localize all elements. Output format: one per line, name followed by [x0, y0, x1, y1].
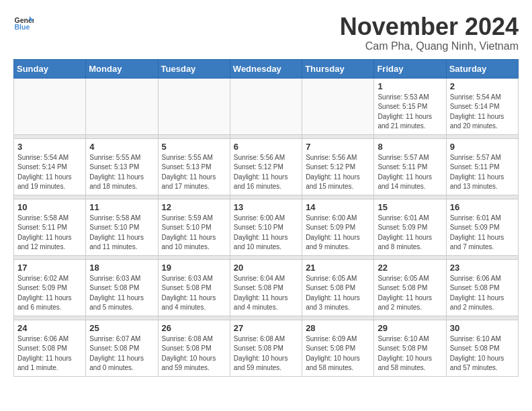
col-thursday: Thursday — [302, 59, 374, 78]
day-number: 3 — [17, 142, 82, 152]
day-number: 19 — [162, 263, 226, 273]
day-info: Sunrise: 6:05 AM Sunset: 5:08 PM Dayligh… — [306, 274, 370, 313]
table-row: 14Sunrise: 6:00 AM Sunset: 5:09 PM Dayli… — [302, 199, 374, 255]
day-number: 5 — [162, 142, 226, 152]
day-info: Sunrise: 5:57 AM Sunset: 5:11 PM Dayligh… — [378, 153, 442, 192]
day-info: Sunrise: 6:03 AM Sunset: 5:08 PM Dayligh… — [89, 274, 154, 313]
col-tuesday: Tuesday — [158, 59, 230, 78]
day-number: 6 — [234, 142, 298, 152]
day-info: Sunrise: 5:58 AM Sunset: 5:11 PM Dayligh… — [17, 214, 82, 253]
day-number: 7 — [306, 142, 370, 152]
table-row: 2Sunrise: 5:54 AM Sunset: 5:14 PM Daylig… — [446, 78, 518, 134]
logo-icon: General Blue — [13, 13, 34, 34]
table-row: 17Sunrise: 6:02 AM Sunset: 5:09 PM Dayli… — [14, 259, 86, 316]
table-row — [14, 78, 86, 134]
table-row: 25Sunrise: 6:07 AM Sunset: 5:08 PM Dayli… — [86, 320, 158, 376]
calendar-header-row: Sunday Monday Tuesday Wednesday Thursday… — [14, 59, 519, 78]
day-number: 25 — [89, 323, 154, 333]
day-info: Sunrise: 6:05 AM Sunset: 5:08 PM Dayligh… — [378, 274, 442, 313]
table-row: 8Sunrise: 5:57 AM Sunset: 5:11 PM Daylig… — [374, 138, 446, 195]
table-row — [158, 78, 230, 134]
location: Cam Pha, Quang Ninh, Vietnam — [340, 40, 519, 52]
day-number: 28 — [306, 323, 370, 333]
day-number: 13 — [234, 202, 298, 212]
day-number: 2 — [450, 81, 515, 91]
day-info: Sunrise: 6:02 AM Sunset: 5:09 PM Dayligh… — [17, 274, 82, 313]
day-number: 30 — [450, 323, 515, 333]
table-row: 27Sunrise: 6:08 AM Sunset: 5:08 PM Dayli… — [230, 320, 302, 376]
day-number: 15 — [378, 202, 442, 212]
day-number: 22 — [378, 263, 442, 273]
day-number: 8 — [378, 142, 442, 152]
day-number: 21 — [306, 263, 370, 273]
calendar-week-row: 17Sunrise: 6:02 AM Sunset: 5:09 PM Dayli… — [14, 259, 519, 316]
table-row: 6Sunrise: 5:56 AM Sunset: 5:12 PM Daylig… — [230, 138, 302, 195]
table-row: 11Sunrise: 5:58 AM Sunset: 5:10 PM Dayli… — [86, 199, 158, 255]
day-info: Sunrise: 6:07 AM Sunset: 5:08 PM Dayligh… — [89, 334, 154, 373]
col-wednesday: Wednesday — [230, 59, 302, 78]
table-row: 7Sunrise: 5:56 AM Sunset: 5:12 PM Daylig… — [302, 138, 374, 195]
day-number: 26 — [162, 323, 226, 333]
table-row: 30Sunrise: 6:10 AM Sunset: 5:08 PM Dayli… — [446, 320, 518, 376]
day-number: 18 — [89, 263, 154, 273]
title-block: November 2024 Cam Pha, Quang Ninh, Vietn… — [340, 13, 519, 52]
day-number: 20 — [234, 263, 298, 273]
table-row — [230, 78, 302, 134]
calendar-week-row: 10Sunrise: 5:58 AM Sunset: 5:11 PM Dayli… — [14, 199, 519, 255]
day-number: 9 — [450, 142, 515, 152]
table-row: 20Sunrise: 6:04 AM Sunset: 5:08 PM Dayli… — [230, 259, 302, 316]
day-info: Sunrise: 5:55 AM Sunset: 5:13 PM Dayligh… — [162, 153, 226, 192]
calendar-week-row: 24Sunrise: 6:06 AM Sunset: 5:08 PM Dayli… — [14, 320, 519, 376]
day-number: 1 — [378, 81, 442, 91]
day-info: Sunrise: 6:03 AM Sunset: 5:08 PM Dayligh… — [162, 274, 226, 313]
table-row: 28Sunrise: 6:09 AM Sunset: 5:08 PM Dayli… — [302, 320, 374, 376]
day-info: Sunrise: 6:10 AM Sunset: 5:08 PM Dayligh… — [450, 334, 515, 373]
day-number: 24 — [17, 323, 82, 333]
day-info: Sunrise: 5:54 AM Sunset: 5:14 PM Dayligh… — [17, 153, 82, 192]
col-monday: Monday — [86, 59, 158, 78]
table-row: 22Sunrise: 6:05 AM Sunset: 5:08 PM Dayli… — [374, 259, 446, 316]
day-info: Sunrise: 5:53 AM Sunset: 5:15 PM Dayligh… — [378, 93, 442, 132]
month-title: November 2024 — [340, 13, 519, 40]
table-row: 9Sunrise: 5:57 AM Sunset: 5:11 PM Daylig… — [446, 138, 518, 195]
day-info: Sunrise: 6:00 AM Sunset: 5:09 PM Dayligh… — [306, 214, 370, 253]
day-number: 14 — [306, 202, 370, 212]
table-row: 5Sunrise: 5:55 AM Sunset: 5:13 PM Daylig… — [158, 138, 230, 195]
col-sunday: Sunday — [14, 59, 86, 78]
day-info: Sunrise: 6:06 AM Sunset: 5:08 PM Dayligh… — [450, 274, 515, 313]
table-row: 12Sunrise: 5:59 AM Sunset: 5:10 PM Dayli… — [158, 199, 230, 255]
day-info: Sunrise: 6:08 AM Sunset: 5:08 PM Dayligh… — [162, 334, 226, 373]
day-info: Sunrise: 6:00 AM Sunset: 5:10 PM Dayligh… — [234, 214, 298, 253]
day-info: Sunrise: 6:06 AM Sunset: 5:08 PM Dayligh… — [17, 334, 82, 373]
day-info: Sunrise: 5:56 AM Sunset: 5:12 PM Dayligh… — [306, 153, 370, 192]
page-header: General Blue November 2024 Cam Pha, Quan… — [13, 13, 519, 52]
day-info: Sunrise: 6:01 AM Sunset: 5:09 PM Dayligh… — [450, 214, 515, 253]
svg-text:Blue: Blue — [15, 23, 30, 31]
table-row: 26Sunrise: 6:08 AM Sunset: 5:08 PM Dayli… — [158, 320, 230, 376]
table-row: 10Sunrise: 5:58 AM Sunset: 5:11 PM Dayli… — [14, 199, 86, 255]
day-info: Sunrise: 6:08 AM Sunset: 5:08 PM Dayligh… — [234, 334, 298, 373]
day-number: 12 — [162, 202, 226, 212]
table-row — [86, 78, 158, 134]
day-info: Sunrise: 6:09 AM Sunset: 5:08 PM Dayligh… — [306, 334, 370, 373]
day-info: Sunrise: 5:56 AM Sunset: 5:12 PM Dayligh… — [234, 153, 298, 192]
table-row: 21Sunrise: 6:05 AM Sunset: 5:08 PM Dayli… — [302, 259, 374, 316]
table-row: 24Sunrise: 6:06 AM Sunset: 5:08 PM Dayli… — [14, 320, 86, 376]
day-info: Sunrise: 5:58 AM Sunset: 5:10 PM Dayligh… — [89, 214, 154, 253]
table-row: 23Sunrise: 6:06 AM Sunset: 5:08 PM Dayli… — [446, 259, 518, 316]
table-row: 4Sunrise: 5:55 AM Sunset: 5:13 PM Daylig… — [86, 138, 158, 195]
day-info: Sunrise: 5:54 AM Sunset: 5:14 PM Dayligh… — [450, 93, 515, 132]
day-info: Sunrise: 6:01 AM Sunset: 5:09 PM Dayligh… — [378, 214, 442, 253]
day-info: Sunrise: 5:57 AM Sunset: 5:11 PM Dayligh… — [450, 153, 515, 192]
logo: General Blue — [13, 13, 34, 34]
calendar-week-row: 1Sunrise: 5:53 AM Sunset: 5:15 PM Daylig… — [14, 78, 519, 134]
table-row: 16Sunrise: 6:01 AM Sunset: 5:09 PM Dayli… — [446, 199, 518, 255]
day-info: Sunrise: 6:04 AM Sunset: 5:08 PM Dayligh… — [234, 274, 298, 313]
day-number: 23 — [450, 263, 515, 273]
day-info: Sunrise: 5:55 AM Sunset: 5:13 PM Dayligh… — [89, 153, 154, 192]
table-row: 15Sunrise: 6:01 AM Sunset: 5:09 PM Dayli… — [374, 199, 446, 255]
day-number: 4 — [89, 142, 154, 152]
table-row: 18Sunrise: 6:03 AM Sunset: 5:08 PM Dayli… — [86, 259, 158, 316]
table-row: 29Sunrise: 6:10 AM Sunset: 5:08 PM Dayli… — [374, 320, 446, 376]
table-row: 1Sunrise: 5:53 AM Sunset: 5:15 PM Daylig… — [374, 78, 446, 134]
